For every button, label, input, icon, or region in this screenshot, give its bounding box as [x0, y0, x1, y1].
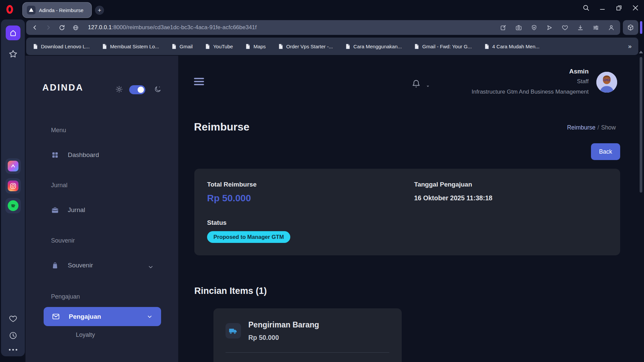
bookmarks-star-icon[interactable] [8, 49, 18, 59]
aria-app-button[interactable] [5, 158, 21, 174]
moon-icon [154, 85, 162, 93]
rincian-items-heading: Rincian Items (1) [194, 286, 267, 296]
scrollbar-up-arrow[interactable] [639, 51, 643, 53]
bookmark-item[interactable]: 4 Cara Mudah Men... [484, 44, 540, 49]
sidebar-item-jurnal[interactable]: Jurnal [51, 206, 85, 214]
bookmark-label: Gmail [180, 44, 193, 49]
url-path: :8000/reimburse/cd3ae1dc-bc3c-4aca-91fe-… [112, 24, 257, 31]
nav-section-pengajuan: Pengajuan [51, 293, 80, 300]
bookmark-label: Order Vps Starter -... [286, 44, 333, 49]
bookmark-label: Maps [253, 44, 266, 49]
sidebar-subitem-loyalty[interactable]: Loyalty [76, 331, 95, 339]
user-role: Staff [472, 78, 589, 85]
user-unit: Infrastructure Gtm And Business Manageme… [472, 89, 589, 95]
window-controls [582, 4, 639, 12]
page-title: Reimburse [194, 121, 249, 133]
minimize-button[interactable] [599, 4, 606, 12]
adinda-logo: ADINDA [42, 83, 84, 93]
forward-button[interactable] [45, 24, 52, 31]
theme-toggle[interactable] [129, 85, 145, 94]
instagram-icon [8, 180, 18, 191]
user-name: Asmin [472, 68, 589, 75]
dashboard-grid-icon [51, 151, 59, 159]
address-text[interactable]: 127.0.0.1:8000/reimburse/cd3ae1dc-bc3c-4… [88, 24, 257, 31]
address-bar[interactable]: 127.0.0.1:8000/reimburse/cd3ae1dc-bc3c-4… [26, 20, 620, 35]
chevron-down-icon [146, 313, 153, 320]
breadcrumb-current: Show [601, 124, 616, 131]
bookmark-item[interactable]: Maps [245, 44, 266, 49]
spotify-icon [8, 200, 18, 211]
sidebar-more-icon[interactable] [9, 349, 17, 351]
sidebar-item-label: Jurnal [68, 206, 85, 214]
user-info[interactable]: Asmin Staff Infrastructure Gtm And Busin… [472, 68, 589, 95]
shopping-bag-icon [51, 261, 59, 269]
bookmark-item[interactable]: Gmail [171, 44, 193, 49]
back-button[interactable] [32, 24, 38, 31]
adinda-page: ADINDA Menu Dashboard Jurnal Jurnal [25, 56, 644, 362]
download-button[interactable] [577, 24, 584, 31]
tune-sliders-button[interactable] [592, 24, 599, 31]
tanggal-pengajuan-label: Tanggal Pengajuan [414, 181, 472, 188]
pinned-apps [5, 158, 21, 213]
extensions-cube-button[interactable] [623, 20, 638, 35]
breadcrumb: Reimburse/Show [567, 124, 616, 131]
bookmark-label: 4 Cara Mudah Men... [492, 44, 540, 49]
bookmark-item[interactable]: YouTube [205, 44, 233, 49]
site-info-globe-icon[interactable] [72, 24, 79, 31]
sidebar-item-dashboard[interactable]: Dashboard [51, 151, 99, 159]
toggle-knob [138, 87, 144, 93]
menu-toggle-icon[interactable] [194, 78, 204, 85]
bookmarks-bar: Download Lenovo L... Membuat Sistem Lo..… [26, 38, 638, 55]
avatar[interactable] [596, 72, 617, 93]
spotify-app-button[interactable] [5, 198, 21, 213]
truck-icon [226, 323, 241, 339]
home-speed-dial-button[interactable] [6, 25, 20, 40]
back-button[interactable]: Back [591, 143, 620, 160]
pin-page-button[interactable] [500, 24, 507, 31]
favorites-heart-button[interactable] [561, 24, 568, 31]
bookmark-item[interactable]: Cara Menggunakan... [345, 44, 402, 49]
instagram-app-button[interactable] [5, 178, 21, 194]
search-button[interactable] [582, 4, 590, 12]
sidebar-item-label: Dashboard [68, 151, 99, 159]
item-name: Pengiriman Barang [248, 320, 319, 329]
reimburse-summary-card: Total Reimburse Rp 50.000 Tanggal Pengaj… [194, 169, 620, 255]
status-badge: Proposed to Manager GTM [207, 231, 290, 243]
restore-button[interactable] [615, 4, 623, 12]
url-host: 127.0.0.1 [88, 24, 112, 31]
bookmark-item[interactable]: Gmail - Fwd: Your G... [414, 44, 472, 49]
sidebar-item-pengajuan-active[interactable]: Pengajuan [44, 307, 161, 326]
new-tab-button[interactable]: + [95, 6, 104, 15]
notification-bell-icon[interactable] [411, 79, 422, 89]
chevron-down-icon[interactable] [426, 84, 430, 89]
nav-section-souvenir: Souvenir [51, 237, 75, 244]
sidebar-item-label: Souvenir [68, 262, 93, 269]
snapshot-camera-button[interactable] [515, 24, 522, 31]
bookmarks-overflow-button[interactable]: » [628, 43, 632, 50]
profile-button[interactable] [608, 24, 615, 31]
browser-tab[interactable]: Adinda - Reimburse [23, 3, 91, 17]
divider [226, 352, 389, 353]
bookmark-item[interactable]: Order Vps Starter -... [278, 44, 333, 49]
chevron-down-icon[interactable] [147, 264, 154, 270]
nav-section-menu: Menu [51, 127, 66, 134]
scrollbar-thumb[interactable] [640, 57, 642, 193]
envelope-heart-icon [52, 312, 60, 321]
item-amount: Rp 50.000 [248, 334, 279, 342]
shield-blocker-button[interactable] [531, 24, 538, 31]
bookmark-label: Gmail - Fwd: Your G... [422, 44, 472, 49]
breadcrumb-link-reimburse[interactable]: Reimburse [567, 124, 596, 131]
bookmark-item[interactable]: Membuat Sistem Lo... [102, 44, 159, 49]
breadcrumb-separator: / [597, 124, 599, 131]
history-clock-icon[interactable] [8, 331, 18, 340]
nav-section-jurnal: Jurnal [51, 182, 67, 189]
opera-menu-icon[interactable] [6, 5, 13, 14]
status-label: Status [207, 219, 227, 226]
bookmark-label: Download Lenovo L... [41, 44, 90, 49]
bookmark-item[interactable]: Download Lenovo L... [33, 44, 90, 49]
reload-button[interactable] [58, 24, 65, 31]
sidebar-item-souvenir[interactable]: Souvenir [51, 261, 93, 269]
send-to-device-button[interactable] [546, 24, 553, 31]
sidebar-favorites-heart-icon[interactable] [8, 314, 18, 323]
close-button[interactable] [632, 4, 639, 12]
